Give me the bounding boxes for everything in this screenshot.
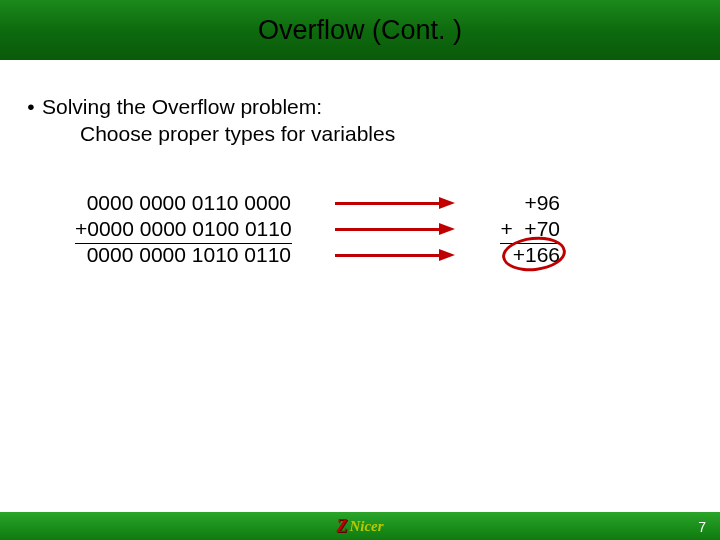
arrow-icon <box>335 252 455 258</box>
page-number: 7 <box>698 519 706 535</box>
slide-title: Overflow (Cont. ) <box>258 15 462 46</box>
binary-row-2: +0000 0000 0100 0110 <box>75 216 292 242</box>
arrow-icon <box>335 200 455 206</box>
decimal-row-1: +96 <box>475 190 560 216</box>
binary-row-1: 0000 0000 0110 0000 <box>75 190 292 216</box>
logo-text: Nicer <box>349 518 383 535</box>
logo-z-icon: Z <box>336 516 347 537</box>
title-bar: Overflow (Cont. ) <box>0 0 720 60</box>
body-content: • Solving the Overflow problem: Choose p… <box>20 95 700 146</box>
slide: Overflow (Cont. ) • Solving the Overflow… <box>0 0 720 540</box>
logo: Z Nicer <box>336 516 383 537</box>
binary-row-3: 0000 0000 1010 0110 <box>75 242 292 268</box>
bullet-main: • Solving the Overflow problem: <box>20 95 700 119</box>
bullet-icon: • <box>20 95 42 119</box>
binary-column: 0000 0000 0110 0000 +0000 0000 0100 0110… <box>75 190 292 268</box>
arrow-icon <box>335 226 455 232</box>
footer-bar: Z Nicer 7 <box>0 512 720 540</box>
bullet-main-text: Solving the Overflow problem: <box>42 95 322 119</box>
bullet-sub-text: Choose proper types for variables <box>80 122 700 146</box>
